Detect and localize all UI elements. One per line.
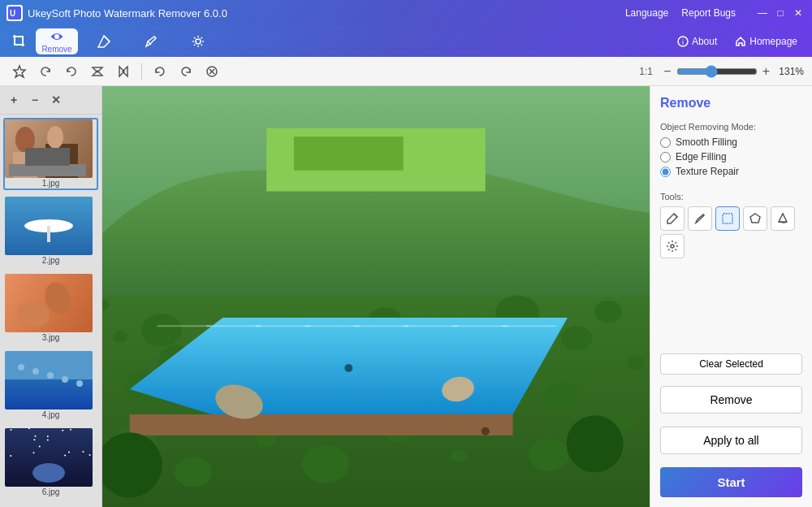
zoom-ratio-label: 1:1 — [639, 66, 659, 77]
tools-section: Tools: — [660, 192, 802, 265]
magic-tool-btn[interactable] — [177, 28, 219, 54]
apply-to-all-btn[interactable]: Apply to all — [660, 427, 802, 454]
add-file-btn[interactable]: + — [5, 91, 23, 109]
svg-line-11 — [194, 45, 196, 46]
rotate-left-btn[interactable] — [60, 60, 83, 83]
undo-btn[interactable] — [149, 60, 171, 83]
flip-v-btn[interactable] — [86, 60, 109, 83]
svg-line-10 — [201, 37, 203, 39]
maximize-button[interactable]: □ — [773, 6, 788, 20]
star-tool-btn[interactable] — [8, 60, 31, 83]
thumbnail-item-2[interactable]: 2.jpg — [3, 195, 98, 267]
svg-marker-15 — [14, 66, 25, 77]
cancel-btn[interactable] — [201, 60, 223, 83]
zoom-in-icon[interactable]: + — [762, 64, 770, 79]
zoom-out-icon[interactable]: − — [663, 64, 671, 79]
close-button[interactable]: ✕ — [791, 6, 806, 20]
redo-btn[interactable] — [175, 60, 197, 83]
remove-tool-label: Remove — [41, 45, 71, 54]
thumbnail-label-6: 6.jpg — [5, 487, 97, 497]
thumbnail-item-3[interactable]: 3.jpg — [3, 272, 98, 344]
clear-selected-btn[interactable]: Clear Selected — [660, 353, 802, 375]
spacer — [660, 273, 802, 345]
mode-texture-radio[interactable] — [660, 167, 671, 177]
thumbnail-item-6[interactable]: 6.jpg — [3, 427, 98, 499]
mode-edge-radio[interactable] — [660, 152, 671, 162]
svg-point-2 — [54, 34, 59, 39]
remove-tool-btn[interactable]: Remove — [36, 28, 78, 54]
thumbnail-image-3 — [5, 274, 93, 332]
eraser-tool-btn[interactable] — [83, 28, 125, 54]
zoom-value-label: 131% — [775, 66, 804, 77]
clear-files-btn[interactable]: ✕ — [47, 91, 65, 109]
main-toolbar: Remove i About — [0, 26, 812, 57]
object-removing-label: Object Removing Mode: — [660, 122, 802, 132]
thumbnail-label-1: 1.jpg — [5, 178, 97, 188]
mode-smooth-label: Smooth Filling — [676, 136, 737, 148]
pen-tool-btn[interactable] — [130, 28, 172, 54]
thumbnail-label-2: 2.jpg — [5, 255, 97, 266]
zoom-area: 1:1 − + 131% — [639, 64, 804, 79]
object-removing-section: Object Removing Mode: Smooth Filling Edg… — [660, 122, 802, 184]
secondary-toolbar: 1:1 − + 131% — [0, 57, 812, 86]
remove-btn[interactable]: Remove — [660, 386, 802, 414]
svg-line-31 — [668, 242, 670, 244]
homepage-btn[interactable]: Homepage — [728, 33, 804, 50]
thumbnail-label-3: 3.jpg — [5, 332, 97, 343]
report-bugs-link[interactable]: Report Bugs — [681, 7, 736, 19]
app-title: UkeySoft Photo Watermark Remover 6.0.0 — [28, 7, 227, 20]
brush-tool-btn[interactable] — [660, 206, 685, 231]
svg-text:i: i — [682, 38, 684, 46]
remove-file-btn[interactable]: − — [26, 91, 44, 109]
homepage-label: Homepage — [749, 36, 797, 47]
mode-radio-group: Smooth Filling Edge Filling Texture Repa… — [660, 136, 802, 177]
main-canvas[interactable] — [102, 86, 650, 507]
language-link[interactable]: Language — [625, 7, 668, 19]
mode-smooth-option[interactable]: Smooth Filling — [660, 136, 802, 148]
minimize-button[interactable]: — — [755, 6, 770, 20]
start-btn[interactable]: Start — [660, 467, 802, 497]
mode-edge-option[interactable]: Edge Filling — [660, 151, 802, 162]
tools-section-label: Tools: — [660, 192, 802, 202]
pencil-tool-btn[interactable] — [688, 206, 712, 231]
window-controls: — □ ✕ — [755, 6, 806, 20]
about-btn[interactable]: i About — [671, 33, 723, 50]
svg-point-12 — [196, 39, 201, 44]
svg-text:U: U — [10, 9, 15, 18]
thumbnail-item-1[interactable]: 1.jpg — [3, 118, 98, 190]
zoom-slider[interactable] — [676, 65, 758, 78]
main-content: + − ✕ 1.jpg 2.jpg 3.jpg 4.jpg — [0, 86, 812, 507]
right-panel: Remove Object Removing Mode: Smooth Fill… — [650, 86, 812, 507]
svg-line-23 — [674, 214, 677, 217]
thumbnail-list: 1.jpg 2.jpg 3.jpg 4.jpg 6.jpg — [0, 115, 102, 507]
svg-marker-25 — [750, 214, 760, 223]
thumbnail-image-1 — [5, 119, 93, 178]
flip-h-btn[interactable] — [112, 60, 135, 83]
app-logo: U — [6, 5, 23, 21]
polygon-tool-btn[interactable] — [743, 206, 767, 231]
file-controls: + − ✕ — [0, 86, 102, 115]
svg-line-34 — [668, 249, 670, 251]
thumbnail-image-6 — [5, 428, 93, 487]
svg-point-35 — [671, 245, 674, 248]
thumbnail-label-4: 4.jpg — [5, 410, 97, 420]
mode-smooth-radio[interactable] — [660, 137, 671, 148]
rect-select-tool-btn[interactable] — [715, 206, 740, 231]
svg-line-32 — [676, 249, 677, 251]
magic-wand-tool-btn[interactable] — [660, 234, 685, 258]
canvas-area[interactable] — [102, 86, 650, 507]
svg-rect-24 — [723, 214, 732, 223]
svg-line-9 — [201, 45, 203, 46]
toolbar-right: i About Homepage — [671, 33, 804, 50]
fill-tool-btn[interactable] — [771, 206, 795, 231]
thumbnail-image-4 — [5, 351, 93, 410]
titlebar-right: Language Report Bugs — □ ✕ — [625, 6, 806, 20]
panel-title: Remove — [660, 96, 802, 110]
tools-row — [660, 206, 802, 258]
crop-tool-btn[interactable] — [8, 30, 31, 53]
mode-edge-label: Edge Filling — [676, 151, 727, 162]
mode-texture-option[interactable]: Texture Repair — [660, 166, 802, 177]
rotate-right-btn[interactable] — [34, 60, 57, 83]
thumbnail-item-4[interactable]: 4.jpg — [3, 349, 98, 422]
svg-line-33 — [676, 242, 677, 244]
